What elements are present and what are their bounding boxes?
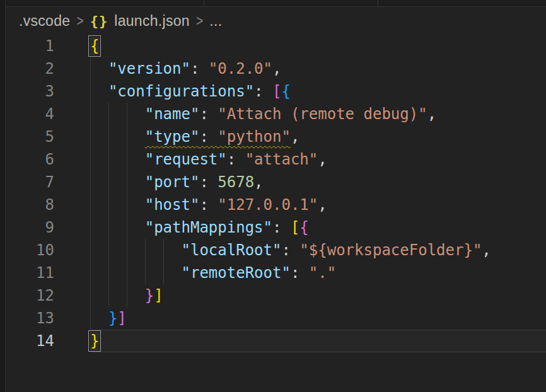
code-token: "port" — [145, 173, 200, 191]
code-token: , — [318, 196, 327, 214]
code-token: "." — [309, 264, 336, 282]
code-token: [ — [272, 83, 281, 100]
line-number[interactable]: 12 — [6, 284, 54, 307]
code-line-content[interactable]: "request": "attach", — [54, 148, 546, 171]
line-number[interactable]: 8 — [6, 193, 54, 216]
indent-guides — [90, 284, 145, 307]
line-number[interactable]: 5 — [6, 125, 54, 148]
indent-guides — [90, 148, 145, 171]
code-line-content[interactable]: "remoteRoot": "." — [54, 262, 546, 284]
chevron-right-icon: > — [196, 12, 203, 30]
matched-bracket: } — [90, 332, 99, 350]
code-token: "attach" — [245, 151, 318, 168]
code-line-content[interactable]: }] — [54, 307, 546, 330]
code-line-content[interactable]: "port": 5678, — [54, 171, 546, 193]
json-braces-icon: {} — [90, 13, 108, 29]
line-number[interactable]: 7 — [6, 171, 54, 193]
code-line-content[interactable]: "version": "0.2.0", — [54, 57, 546, 80]
code-line-content[interactable]: "localRoot": "${workspaceFolder}", — [54, 239, 546, 262]
indent-guides — [90, 125, 145, 148]
line-number[interactable]: 10 — [6, 239, 54, 262]
code-line: 14} — [6, 330, 546, 352]
code-line: 12}] — [6, 284, 546, 307]
code-line-content[interactable]: "host": "127.0.0.1", — [54, 193, 546, 216]
code-line-content[interactable]: { — [54, 35, 546, 57]
code-token: , — [254, 173, 263, 191]
code-line-content[interactable]: "pathMappings": [{ — [54, 216, 546, 239]
code-token: "Attach (remote debug)" — [218, 105, 427, 123]
code-line: 5"type": "python", — [6, 125, 546, 148]
code-token: , — [482, 241, 491, 259]
editor-code-area[interactable]: 1{2"version": "0.2.0",3"configurations":… — [6, 35, 546, 392]
code-line-content[interactable]: } — [54, 330, 546, 352]
line-number[interactable]: 2 — [6, 57, 54, 80]
code-line: 13}] — [6, 307, 546, 330]
code-token: : — [199, 128, 218, 146]
code-line: 9"pathMappings": [{ — [6, 216, 546, 239]
tab-divider — [378, 0, 378, 6]
code-line-content[interactable]: "name": "Attach (remote debug)", — [54, 103, 546, 125]
code-token: , — [272, 60, 281, 78]
code-token: : — [199, 105, 218, 123]
code-token: "host" — [145, 196, 200, 214]
code-token: ] — [117, 309, 126, 327]
tab-divider — [204, 0, 204, 6]
line-number[interactable]: 6 — [6, 148, 54, 171]
line-number[interactable]: 14 — [6, 330, 54, 352]
code-line: 1{ — [6, 35, 546, 57]
indent-guides — [90, 193, 145, 216]
line-number[interactable]: 13 — [6, 307, 54, 330]
code-token: "type" — [145, 128, 200, 146]
breadcrumb-symbol-ellipsis[interactable]: ... — [209, 13, 222, 30]
breadcrumb-folder[interactable]: .vscode — [19, 13, 70, 30]
code-line: 11"remoteRoot": "." — [6, 262, 546, 284]
code-token: "request" — [145, 151, 227, 168]
indent-guides — [90, 80, 108, 103]
code-token: "pathMappings" — [145, 219, 272, 236]
code-token: "127.0.0.1" — [218, 196, 318, 214]
code-line: 7"port": 5678, — [6, 171, 546, 193]
matched-bracket: { — [90, 37, 99, 55]
line-number[interactable]: 3 — [6, 80, 54, 103]
code-line-content[interactable]: }] — [54, 284, 546, 307]
code-line: 6"request": "attach", — [6, 148, 546, 171]
code-line: 10"localRoot": "${workspaceFolder}", — [6, 239, 546, 262]
code-token: : — [254, 83, 272, 100]
code-token: "name" — [145, 105, 200, 123]
code-token: "remoteRoot" — [181, 264, 290, 282]
code-token: } — [108, 309, 117, 327]
indent-guides — [90, 171, 145, 193]
code-token: : — [199, 196, 218, 214]
code-line: 2"version": "0.2.0", — [6, 57, 546, 80]
tab-bar-strip[interactable] — [6, 0, 546, 7]
code-token: : — [281, 241, 299, 259]
code-token: "python" — [218, 128, 291, 146]
line-number[interactable]: 1 — [6, 35, 54, 57]
code-token: } — [145, 287, 154, 304]
line-number[interactable]: 11 — [6, 262, 54, 284]
code-token: "${workspaceFolder}" — [299, 241, 482, 259]
indent-guides — [90, 262, 181, 284]
code-token: "version" — [108, 60, 190, 78]
code-token: , — [291, 128, 299, 146]
indent-guides — [90, 57, 108, 80]
code-line-content[interactable]: "type": "python", — [54, 125, 546, 148]
code-token: 5678 — [218, 173, 254, 191]
line-number[interactable]: 9 — [6, 216, 54, 239]
code-token: : — [227, 151, 245, 168]
code-token: "localRoot" — [181, 241, 281, 259]
code-token: [ — [291, 219, 299, 236]
vscode-window: .vscode>{}launch.json>... 1{2"version": … — [0, 0, 546, 392]
breadcrumb: .vscode>{}launch.json>... — [6, 7, 546, 35]
code-line-content[interactable]: "configurations": [{ — [54, 80, 546, 103]
chevron-right-icon: > — [76, 12, 83, 30]
line-number[interactable]: 4 — [6, 103, 54, 125]
code-token: { — [281, 83, 290, 100]
breadcrumb-file[interactable]: launch.json — [114, 13, 190, 30]
indent-guides — [90, 103, 145, 125]
indent-guides — [90, 216, 145, 239]
code-token: { — [299, 219, 308, 236]
code-token: : — [272, 219, 291, 236]
code-line: 4"name": "Attach (remote debug)", — [6, 103, 546, 125]
code-token: : — [291, 264, 309, 282]
